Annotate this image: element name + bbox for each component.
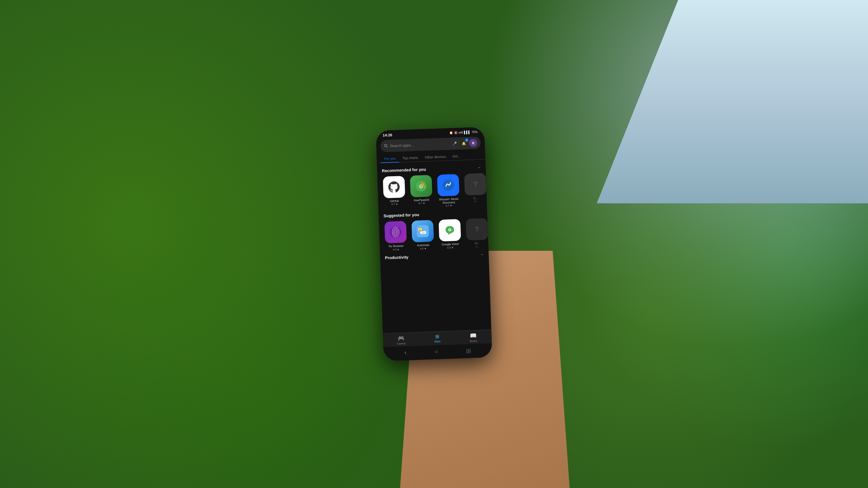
notification-button[interactable]: 🔔 1: [459, 139, 468, 147]
app-icon-gvoice: [439, 219, 461, 242]
suggested-apps-row: Tor Browser 4.3 ★ 😊 auto: [379, 217, 488, 253]
productivity-arrow[interactable]: →: [480, 252, 484, 257]
tab-for-you[interactable]: For you: [381, 154, 399, 163]
phone-device: 14:26 ⏰ 🔇 wifi ▌▌▌ 75% Search apps... 🎤 …: [376, 127, 492, 361]
app-name-partial-2: Di...: [475, 242, 480, 245]
bell-icon: 🔔: [461, 141, 466, 145]
app-name-shazam: Shazam: Music Discovery: [437, 197, 461, 205]
nav-games[interactable]: 🎮 Games: [383, 334, 419, 346]
app-name-automate: Automate: [417, 243, 430, 247]
app-rating-partial-1: 4...: [474, 200, 478, 203]
app-item-tor[interactable]: Tor Browser 4.3 ★: [381, 220, 410, 253]
games-icon: 🎮: [398, 335, 405, 342]
tab-top-charts[interactable]: Top charts: [399, 154, 422, 162]
app-item-shazam[interactable]: Shazam: Music Discovery 4.7 ★: [434, 172, 463, 209]
app-rating-github: 4.7 ★: [391, 203, 398, 206]
nav-apps[interactable]: ⊞ Apps: [419, 333, 456, 345]
app-rating-shazam: 4.7 ★: [446, 204, 452, 207]
games-label: Games: [397, 342, 406, 345]
recommended-apps-row: GitHub 4.7 ★ ⚙ KeePa: [377, 172, 487, 211]
search-bar[interactable]: Search apps... 🎤 🔔 1 R: [380, 137, 481, 152]
tab-kids[interactable]: Kid...: [449, 152, 464, 160]
mic-icon[interactable]: 🎤: [452, 141, 457, 146]
back-button[interactable]: ‹: [405, 349, 407, 356]
books-icon: 📖: [470, 332, 477, 339]
app-item-partial-1[interactable]: ? D... 4...: [461, 172, 487, 208]
profile-button[interactable]: R: [469, 139, 477, 147]
phone-screen: 14:26 ⏰ 🔇 wifi ▌▌▌ 75% Search apps... 🎤 …: [376, 127, 492, 361]
recents-button[interactable]: |||: [466, 348, 471, 353]
app-icon-shazam: [437, 174, 459, 196]
apps-label: Apps: [434, 340, 441, 343]
app-item-keepassdx[interactable]: ⚙ KeePassDX 4.7 ★: [407, 174, 436, 210]
suggested-title: Suggested for you: [383, 212, 419, 219]
battery-icon: 75%: [471, 130, 477, 134]
recommended-arrow[interactable]: →: [477, 165, 481, 170]
app-item-github[interactable]: GitHub 4.7 ★: [380, 175, 409, 211]
status-time: 14:26: [382, 133, 392, 137]
status-icons: ⏰ 🔇 wifi ▌▌▌ 75%: [449, 130, 477, 135]
app-icon-partial-1: ?: [464, 173, 487, 196]
svg-line-1: [387, 146, 388, 147]
svg-text:auto: auto: [421, 232, 425, 234]
app-icon-github: [383, 176, 405, 198]
app-icon-tor: [384, 221, 407, 243]
search-icon: [384, 143, 388, 148]
app-name-partial-1: D...: [474, 196, 478, 200]
app-item-gvoice[interactable]: Google Voice 4.3 ★: [436, 218, 464, 251]
notification-badge: 1: [465, 138, 468, 142]
app-item-partial-2[interactable]: ? Di... 3...: [463, 217, 488, 250]
apps-icon: ⊞: [435, 334, 439, 339]
app-rating-tor: 4.3 ★: [393, 248, 400, 251]
main-content: Recommended for you → GitHub 4.7 ★: [377, 160, 491, 333]
app-icon-automate: 😊 auto: [412, 220, 434, 242]
app-icon-partial-2: ?: [466, 218, 488, 241]
app-item-automate[interactable]: 😊 auto Automate 4.5 ★: [409, 219, 437, 252]
books-label: Books: [470, 340, 477, 343]
app-rating-gvoice: 4.3 ★: [447, 246, 454, 249]
home-button[interactable]: ○: [435, 348, 438, 354]
app-rating-keepassdx: 4.7 ★: [418, 202, 425, 205]
phone-body: 14:26 ⏰ 🔇 wifi ▌▌▌ 75% Search apps... 🎤 …: [376, 127, 492, 361]
signal-icon: ▌▌▌: [464, 130, 470, 134]
search-placeholder: Search apps...: [390, 142, 452, 148]
svg-text:😊: 😊: [419, 228, 421, 231]
svg-point-0: [384, 144, 387, 146]
recommended-title: Recommended for you: [382, 167, 426, 174]
nav-books[interactable]: 📖 Books: [455, 332, 492, 343]
profile-initial: R: [472, 141, 475, 145]
app-rating-partial-2: 3...: [476, 245, 479, 248]
app-rating-automate: 4.5 ★: [420, 247, 427, 250]
wifi-icon: wifi: [458, 131, 463, 134]
alarm-icon: ⏰: [449, 131, 453, 135]
tab-other-devices[interactable]: Other devices: [421, 152, 449, 161]
app-icon-keepassdx: ⚙: [410, 175, 432, 197]
productivity-title: Productivity: [385, 255, 409, 260]
mute-icon: 🔇: [454, 131, 457, 134]
